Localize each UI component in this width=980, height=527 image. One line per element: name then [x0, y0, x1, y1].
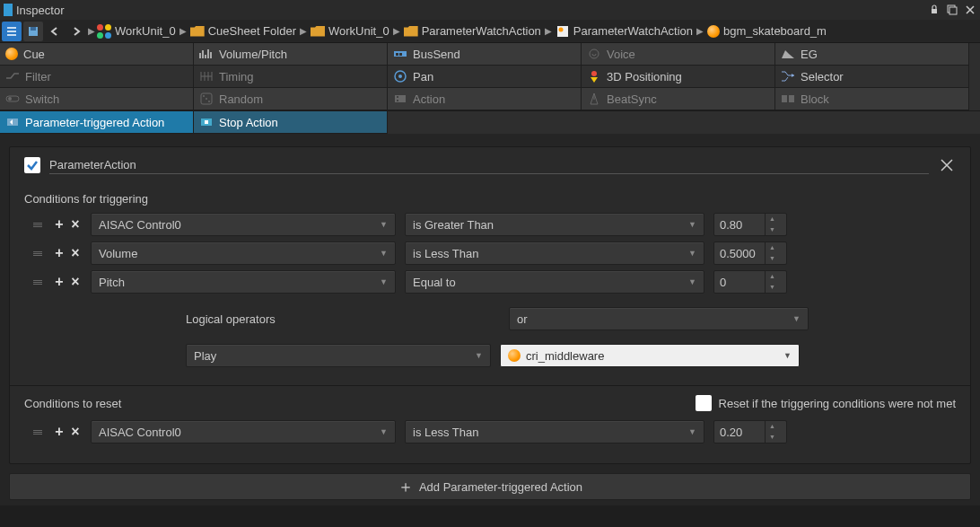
drag-handle-icon[interactable] [33, 223, 44, 227]
maximize-icon[interactable] [946, 4, 958, 16]
condition-value-input[interactable] [714, 276, 765, 289]
reset-value-input[interactable] [714, 426, 765, 439]
condition-row: +× Volume▼ is Less Than▼ ▲▼ [24, 242, 956, 265]
breadcrumb-item[interactable]: ParameterWatchAction [404, 24, 541, 39]
chevron-right-icon[interactable]: ▶ [545, 26, 552, 36]
chevron-down-icon: ▼ [475, 351, 483, 360]
drag-handle-icon[interactable] [33, 430, 44, 435]
remove-condition-button[interactable]: × [69, 218, 82, 231]
svg-point-13 [591, 71, 597, 76]
spinner-down-button[interactable]: ▼ [766, 432, 779, 443]
reset-operator-dropdown[interactable]: is Less Than▼ [405, 420, 704, 444]
condition-value-spinner[interactable]: ▲▼ [713, 242, 787, 265]
param-action-icon [5, 115, 20, 129]
3d-icon [587, 69, 601, 83]
chevron-right-icon[interactable]: ▶ [179, 26, 187, 36]
logical-operators-label: Logical operators [186, 312, 500, 326]
condition-param-dropdown[interactable]: Volume▼ [91, 242, 396, 265]
breadcrumb-label: ParameterWatchAction [573, 24, 693, 38]
window-icon [4, 4, 13, 16]
breadcrumb-item[interactable]: WorkUnit_0 [97, 24, 176, 39]
spinner-down-button[interactable]: ▼ [766, 253, 779, 264]
lock-icon[interactable] [928, 4, 941, 16]
tab-switch[interactable]: Switch [0, 88, 194, 110]
action-target-dropdown[interactable]: cri_middleware▼ [500, 344, 800, 367]
tab-beatsync[interactable]: BeatSync [582, 88, 775, 110]
spinner-down-button[interactable]: ▼ [766, 282, 779, 293]
chevron-right-icon[interactable]: ▶ [696, 26, 704, 36]
spinner-up-button[interactable]: ▲ [766, 242, 779, 253]
action-type-dropdown[interactable]: Play▼ [186, 344, 491, 367]
switch-icon [5, 92, 20, 106]
tab-random[interactable]: Random [194, 88, 388, 110]
spinner-up-button[interactable]: ▲ [766, 271, 779, 282]
close-icon[interactable] [964, 4, 976, 16]
condition-value-spinner[interactable]: ▲▼ [713, 213, 787, 236]
condition-operator-dropdown[interactable]: Equal to▼ [405, 270, 704, 294]
reset-if-not-met-row[interactable]: Reset if the triggering conditions were … [696, 395, 956, 411]
chevron-down-icon: ▼ [688, 427, 696, 436]
tab-selector[interactable]: Selector [775, 66, 969, 88]
reset-checkbox[interactable] [696, 395, 712, 411]
chevron-right-icon[interactable]: ▶ [300, 26, 307, 36]
breadcrumb-item[interactable]: WorkUnit_0 [311, 24, 389, 39]
cue-icon [5, 48, 18, 60]
drag-handle-icon[interactable] [33, 280, 44, 285]
plus-icon: ＋ [398, 476, 414, 497]
condition-operator-dropdown[interactable]: is Greater Than▼ [405, 213, 704, 236]
tab-block[interactable]: Block [775, 88, 969, 110]
remove-condition-button[interactable]: × [69, 426, 82, 438]
chevron-right-icon[interactable]: ▶ [393, 26, 400, 36]
condition-value-input[interactable] [714, 247, 765, 260]
tab-action[interactable]: Action [388, 88, 582, 110]
svg-point-10 [590, 49, 599, 58]
tab-timing[interactable]: Timing [194, 66, 388, 88]
tab-pan[interactable]: Pan [388, 66, 582, 88]
condition-param-dropdown[interactable]: Pitch▼ [91, 270, 396, 294]
menu-button[interactable] [2, 22, 22, 41]
breadcrumb-root-arrow[interactable]: ▶ [88, 26, 95, 36]
breadcrumb-item[interactable]: CueSheet Folder [190, 24, 296, 39]
drag-handle-icon[interactable] [33, 251, 44, 256]
panel-close-button[interactable] [938, 156, 956, 174]
condition-param-dropdown[interactable]: AISAC Control0▼ [91, 213, 396, 236]
condition-value-input[interactable] [714, 218, 765, 232]
tab-voice[interactable]: Voice [582, 43, 775, 66]
tab-cue[interactable]: Cue [0, 43, 194, 66]
add-condition-button[interactable]: + [53, 218, 66, 231]
svg-point-15 [8, 97, 12, 101]
tab-stop-action[interactable]: Stop Action [194, 111, 388, 134]
tab-3d-positioning[interactable]: 3D Positioning [582, 66, 775, 88]
remove-condition-button[interactable]: × [69, 276, 82, 288]
reset-value-spinner[interactable]: ▲▼ [713, 420, 787, 444]
svg-point-18 [208, 101, 210, 102]
spinner-down-button[interactable]: ▼ [766, 224, 779, 235]
logical-operator-dropdown[interactable]: or▼ [509, 307, 809, 330]
reset-param-dropdown[interactable]: AISAC Control0▼ [91, 420, 396, 444]
add-parameter-triggered-action-button[interactable]: ＋ Add Parameter-triggered Action [9, 473, 971, 500]
remove-condition-button[interactable]: × [69, 247, 82, 259]
breadcrumb-item[interactable]: bgm_skateboard_m [707, 24, 827, 38]
nav-back-button[interactable] [45, 22, 65, 41]
parameter-action-enable-checkbox[interactable] [24, 157, 40, 173]
spinner-up-button[interactable]: ▲ [766, 214, 779, 224]
property-tabs-row4: Parameter-triggered Action Stop Action [0, 111, 980, 134]
tab-bussend[interactable]: BusSend [388, 43, 582, 66]
tab-filter[interactable]: Filter [0, 66, 194, 88]
add-condition-button[interactable]: + [53, 247, 66, 259]
conditions-trigger-title: Conditions for triggering [24, 192, 956, 206]
svg-rect-5 [557, 26, 568, 37]
save-button[interactable] [23, 22, 43, 41]
nav-forward-button[interactable] [66, 22, 86, 41]
tab-eg[interactable]: EG [775, 43, 969, 66]
parameter-action-title[interactable]: ParameterAction [49, 156, 929, 174]
condition-operator-dropdown[interactable]: is Less Than▼ [405, 242, 704, 265]
add-condition-button[interactable]: + [53, 426, 66, 438]
tab-parameter-triggered-action[interactable]: Parameter-triggered Action [0, 111, 194, 134]
tab-volume-pitch[interactable]: Volume/Pitch [194, 43, 388, 66]
breadcrumb-item[interactable]: ParameterWatchAction [556, 24, 693, 39]
spinner-up-button[interactable]: ▲ [766, 421, 779, 432]
svg-rect-4 [31, 27, 36, 31]
condition-value-spinner[interactable]: ▲▼ [713, 270, 787, 294]
add-condition-button[interactable]: + [53, 276, 66, 288]
